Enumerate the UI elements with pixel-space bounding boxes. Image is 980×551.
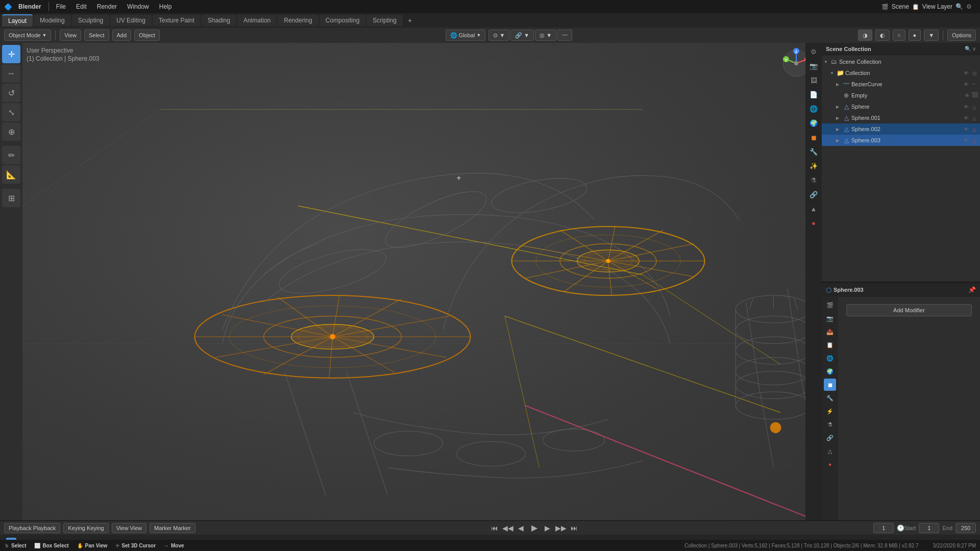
tab-layout[interactable]: Layout	[2, 14, 33, 27]
pivot-point[interactable]: ⊙ ▼	[488, 30, 509, 41]
tab-rendering[interactable]: Rendering	[278, 15, 318, 26]
menu-window[interactable]: Window	[123, 2, 153, 11]
prop-view-layer-icon[interactable]: 📄	[807, 88, 820, 101]
add-menu[interactable]: Add	[112, 30, 132, 41]
prop-render-tab[interactable]: 📷	[824, 312, 836, 324]
prop-object-tab[interactable]: ◼	[824, 379, 836, 391]
prop-particles-icon[interactable]: ✨	[807, 159, 820, 172]
tab-compositing[interactable]: Compositing	[320, 15, 366, 26]
menu-edit[interactable]: Edit	[72, 2, 91, 11]
end-frame-input[interactable]: 250	[955, 523, 976, 533]
tab-uv-editing[interactable]: UV Editing	[110, 15, 152, 26]
prop-output-tab[interactable]: 📤	[824, 325, 836, 338]
prop-scene-icon[interactable]: ⚙	[807, 45, 820, 58]
sphere003-vis-btn[interactable]: 👁	[963, 137, 970, 144]
sphere001-vis-btn[interactable]: 👁	[963, 114, 970, 121]
prop-physics-tab[interactable]: ⚗	[824, 418, 836, 431]
scale-tool[interactable]: ⤡	[2, 103, 20, 121]
outliner-beziercurve[interactable]: ▶ 〰 BezierCurve 👁 〰	[822, 79, 980, 90]
rotate-tool[interactable]: ↺	[2, 84, 20, 102]
prop-object-icon[interactable]: ◼	[807, 131, 820, 144]
search-icon[interactable]: 🔍	[955, 3, 963, 10]
empty-vis-btn[interactable]: 👁	[964, 92, 971, 99]
properties-pin-icon[interactable]: 📌	[968, 286, 976, 293]
outliner-empty[interactable]: ⊕ Empty 👁 ⬛	[822, 90, 980, 101]
tab-texture-paint[interactable]: Texture Paint	[153, 15, 201, 26]
prop-modifier-tab[interactable]: 🔧	[824, 392, 836, 404]
jump-start-btn[interactable]: ⏮	[489, 523, 500, 533]
add-workspace-button[interactable]: +	[404, 14, 416, 27]
tab-animation[interactable]: Animation	[237, 15, 277, 26]
prop-scene-props-tab[interactable]: 🌐	[824, 352, 836, 364]
prop-modifier-icon[interactable]: 🔧	[807, 145, 820, 158]
prev-keyframe-btn[interactable]: ◀	[516, 523, 526, 533]
next-frame-btn[interactable]: ▶▶	[556, 523, 566, 533]
collection-sel-btn[interactable]: ◎	[971, 69, 978, 77]
annotate-tool[interactable]: ✏	[2, 146, 20, 164]
menu-render[interactable]: Render	[93, 2, 121, 11]
measure-tool[interactable]: 📐	[2, 165, 20, 184]
view-menu-tl[interactable]: View View	[112, 523, 146, 533]
add-tool[interactable]: ⊞	[2, 189, 20, 207]
start-frame-input[interactable]: 1	[919, 523, 939, 533]
mode-selector[interactable]: Object Mode ▼	[4, 30, 51, 41]
viewport-3d[interactable]: User Perspective (1) Collection | Sphere…	[22, 43, 822, 520]
viewport-shading-solid[interactable]: ◑	[858, 30, 872, 41]
prop-physics-icon[interactable]: ⚗	[807, 173, 820, 187]
prop-material-tab[interactable]: ●	[824, 458, 836, 470]
cursor-tool[interactable]: ✛	[2, 45, 20, 63]
prop-world-icon[interactable]: 🌍	[807, 116, 820, 130]
move-tool[interactable]: ↔	[2, 64, 20, 83]
prop-scene-props-icon[interactable]: 🌐	[807, 102, 820, 115]
sphere002-vis-btn[interactable]: 👁	[963, 126, 970, 133]
playback-menu[interactable]: Playback Playback	[4, 523, 60, 533]
marker-menu[interactable]: Marker Marker	[150, 523, 195, 533]
jump-end-btn[interactable]: ⏭	[569, 523, 579, 533]
sphere003-type-btn[interactable]: △	[971, 137, 978, 144]
sphere-vis-btn[interactable]: 👁	[963, 103, 970, 110]
prop-world-tab[interactable]: 🌍	[824, 365, 836, 378]
view-menu[interactable]: View	[60, 30, 81, 41]
viewport-options[interactable]: ▼	[924, 30, 939, 41]
current-frame-input[interactable]: 1	[873, 523, 894, 533]
curve-vis-btn[interactable]: 👁	[963, 81, 970, 88]
prop-particle-tab[interactable]: ⚡	[824, 405, 836, 417]
transform-tool[interactable]: ⊕	[2, 122, 20, 141]
menu-help[interactable]: Help	[155, 2, 176, 11]
select-menu[interactable]: Select	[84, 30, 109, 41]
sphere001-type-btn[interactable]: △	[971, 114, 978, 121]
prop-view-layer-tab[interactable]: 📋	[824, 339, 836, 351]
proportional-falloff[interactable]: 〰	[557, 30, 572, 41]
keying-menu[interactable]: Keying Keying	[63, 523, 108, 533]
play-btn[interactable]: ▶	[529, 523, 540, 533]
add-modifier-button[interactable]: Add Modifier	[846, 304, 972, 316]
prop-material-icon[interactable]: ●	[807, 216, 820, 230]
outliner-sphere002[interactable]: ▶ △ Sphere.002 👁 △	[822, 123, 980, 135]
viewport-shading-rendered[interactable]: ●	[909, 30, 921, 41]
outliner-sphere[interactable]: ▶ △ Sphere 👁 △	[822, 101, 980, 112]
next-keyframe-btn[interactable]: ▶	[543, 523, 553, 533]
object-menu[interactable]: Object	[134, 30, 160, 41]
snapping-toggle[interactable]: 🔗 ▼	[510, 30, 534, 41]
transform-space[interactable]: 🌐 Global ▼	[446, 30, 486, 41]
prop-data-icon[interactable]: ▲	[807, 202, 820, 215]
sphere-type-btn[interactable]: △	[971, 103, 978, 110]
tab-scripting[interactable]: Scripting	[366, 15, 403, 26]
sphere002-type-btn[interactable]: △	[971, 126, 978, 133]
outliner-sphere001[interactable]: ▶ △ Sphere.001 👁 △	[822, 112, 980, 123]
tab-modeling[interactable]: Modeling	[34, 15, 71, 26]
prop-scene-tab[interactable]: 🎬	[824, 299, 836, 311]
outliner-filter[interactable]: 🔍 ∨	[965, 46, 976, 52]
prop-output-icon[interactable]: 🖼	[807, 73, 820, 87]
outliner-sphere003[interactable]: ▶ △ Sphere.003 👁 △	[822, 135, 980, 146]
outliner-scene-collection[interactable]: ▼ 🗂 Scene Collection	[822, 56, 980, 67]
prop-constraint-tab[interactable]: 🔗	[824, 432, 836, 444]
tab-shading[interactable]: Shading	[202, 15, 236, 26]
options-menu[interactable]: Options	[947, 30, 976, 41]
settings-icon[interactable]: ⚙	[966, 3, 972, 10]
prop-data-tab[interactable]: △	[824, 445, 836, 457]
prop-constraints-icon[interactable]: 🔗	[807, 188, 820, 201]
outliner-collection[interactable]: ▼ 📁 Collection 👁 ◎	[822, 67, 980, 79]
menu-file[interactable]: File	[52, 2, 70, 11]
viewport-shading-matcap[interactable]: ◐	[875, 30, 890, 41]
